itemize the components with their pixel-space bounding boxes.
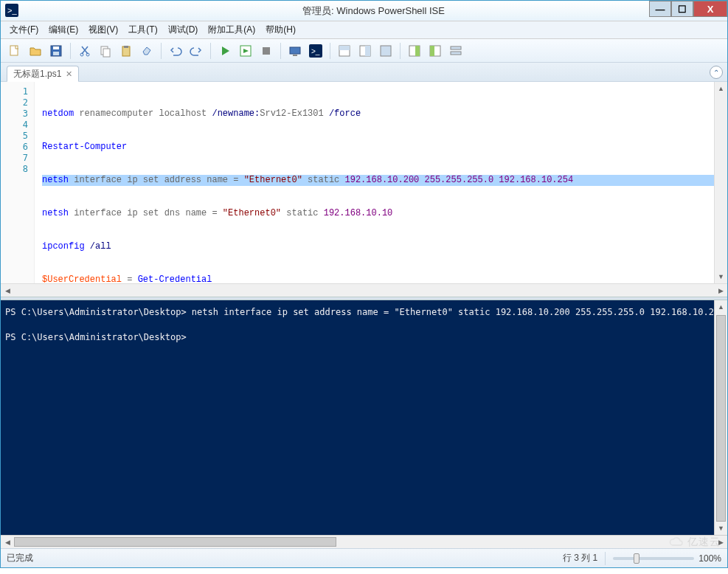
code-area[interactable]: netdom renamecomputer localhost /newname… — [35, 82, 714, 283]
console-horizontal-scrollbar[interactable]: ◀ ▶ — [1, 535, 727, 548]
maximize-button[interactable]: ☐ — [671, 1, 693, 17]
watermark: 亿速云 — [668, 536, 721, 549]
statusbar: 已完成 行 3 列 1 100% — [1, 548, 727, 567]
layout-script-top-button[interactable] — [335, 41, 354, 60]
zoom-percent: 100% — [698, 553, 721, 564]
editor-horizontal-scrollbar[interactable]: ◀ ▶ — [1, 283, 727, 297]
line-number: 1 — [1, 86, 34, 97]
code-line: netdom renamecomputer localhost /newname… — [42, 108, 714, 120]
console-pane[interactable]: PS C:\Users\Administrator\Desktop> netsh… — [1, 300, 714, 535]
clear-button[interactable] — [137, 41, 156, 60]
open-button[interactable] — [26, 41, 45, 60]
window-controls: — ☐ X — [649, 1, 727, 17]
svg-rect-15 — [293, 55, 297, 56]
show-command-addon-button[interactable] — [405, 41, 424, 60]
line-number: 2 — [1, 97, 34, 108]
menu-addons[interactable]: 附加工具(A) — [204, 21, 260, 38]
code-line: netsh interface ip set dns name = "Ether… — [42, 208, 714, 219]
svg-rect-27 — [451, 46, 461, 49]
titlebar[interactable]: >_ 管理员: Windows PowerShell ISE — ☐ X — [1, 1, 727, 21]
line-gutter: 1 2 3 4 5 6 7 8 — [1, 82, 35, 283]
scrollbar-track[interactable] — [715, 95, 727, 270]
zoom-slider[interactable] — [613, 557, 694, 560]
app-icon: >_ — [5, 4, 20, 18]
watermark-text: 亿速云 — [687, 536, 721, 549]
menu-tools[interactable]: 工具(T) — [124, 21, 162, 38]
svg-rect-5 — [53, 52, 59, 55]
menubar: 文件(F) 编辑(E) 视图(V) 工具(T) 调试(D) 附加工具(A) 帮助… — [1, 21, 727, 39]
options-button[interactable] — [446, 41, 465, 60]
tab-close-icon[interactable]: ✕ — [66, 69, 72, 79]
redo-button[interactable] — [187, 41, 206, 60]
svg-text:>_: >_ — [7, 6, 17, 15]
cursor-position: 行 3 列 1 — [563, 552, 597, 564]
scroll-right-icon[interactable]: ▶ — [714, 284, 727, 297]
scroll-up-icon[interactable]: ▲ — [715, 300, 727, 314]
toolbar-separator — [70, 43, 71, 59]
scrollbar-track[interactable] — [14, 284, 714, 297]
close-button[interactable]: X — [693, 1, 727, 17]
scroll-left-icon[interactable]: ◀ — [1, 536, 14, 548]
console-vertical-scrollbar[interactable]: ▲ ▼ — [714, 300, 727, 535]
remote-button[interactable] — [285, 41, 305, 60]
undo-button[interactable] — [166, 41, 185, 60]
tab-untitled1[interactable]: 无标题1.ps1 ✕ — [7, 66, 79, 82]
code-line: $UserCredential = Get-Credential — [42, 274, 714, 283]
line-number: 5 — [1, 131, 34, 142]
code-line: Restart-Computer — [42, 142, 714, 153]
scroll-down-icon[interactable]: ▼ — [715, 270, 727, 283]
tabbar: 无标题1.ps1 ✕ ⌃ — [1, 63, 727, 82]
stop-button[interactable] — [257, 41, 276, 60]
console-pane-wrap: PS C:\Users\Administrator\Desktop> netsh… — [1, 300, 727, 535]
line-number: 7 — [1, 153, 34, 164]
svg-text:>_: >_ — [311, 47, 320, 55]
toolbar-separator — [330, 43, 330, 59]
scroll-up-icon[interactable]: ▲ — [715, 82, 727, 95]
show-command-window-button[interactable] — [426, 41, 445, 60]
menu-edit[interactable]: 编辑(E) — [44, 21, 83, 38]
svg-rect-19 — [339, 46, 350, 50]
svg-rect-28 — [451, 52, 461, 55]
collapse-script-pane-button[interactable]: ⌃ — [710, 66, 723, 79]
zoom-control: 100% — [613, 553, 721, 564]
copy-button[interactable] — [96, 41, 115, 60]
save-button[interactable] — [46, 41, 66, 60]
scroll-left-icon[interactable]: ◀ — [1, 284, 14, 297]
scrollbar-track[interactable] — [14, 536, 714, 548]
powershell-button[interactable]: >_ — [306, 41, 325, 60]
app-window: >_ 管理员: Windows PowerShell ISE — ☐ X 文件(… — [0, 0, 728, 568]
run-button[interactable] — [215, 41, 235, 60]
cut-button[interactable] — [75, 41, 94, 60]
layout-script-right-button[interactable] — [356, 41, 375, 60]
svg-rect-21 — [365, 46, 370, 56]
scrollbar-thumb[interactable] — [14, 537, 336, 547]
status-text: 已完成 — [7, 552, 33, 564]
code-editor[interactable]: 1 2 3 4 5 6 7 8 netdom renamecomputer lo… — [1, 82, 727, 283]
editor-vertical-scrollbar[interactable]: ▲ ▼ — [714, 82, 727, 283]
toolbar-separator — [280, 43, 281, 59]
svg-rect-14 — [290, 47, 300, 54]
toolbar: >_ — [1, 39, 727, 63]
console-prompt: PS C:\Users\Administrator\Desktop> — [5, 332, 192, 342]
new-button[interactable] — [5, 41, 24, 60]
statusbar-separator — [605, 552, 606, 565]
layout-script-max-button[interactable] — [376, 41, 395, 60]
toolbar-separator — [400, 43, 401, 59]
svg-rect-11 — [124, 46, 128, 48]
svg-rect-22 — [381, 46, 391, 56]
svg-rect-4 — [53, 46, 59, 49]
run-selection-button[interactable] — [236, 41, 255, 60]
toolbar-separator — [161, 43, 162, 59]
line-number: 4 — [1, 120, 34, 131]
scrollbar-thumb[interactable] — [716, 315, 726, 522]
paste-button[interactable] — [117, 41, 136, 60]
scroll-down-icon[interactable]: ▼ — [715, 522, 727, 535]
menu-view[interactable]: 视图(V) — [84, 21, 122, 38]
menu-file[interactable]: 文件(F) — [5, 21, 43, 38]
cloud-icon — [668, 536, 684, 548]
zoom-slider-knob[interactable] — [634, 553, 639, 564]
minimize-button[interactable]: — — [649, 1, 671, 17]
menu-help[interactable]: 帮助(H) — [261, 21, 300, 38]
console-line: PS C:\Users\Administrator\Desktop> netsh… — [5, 307, 714, 317]
menu-debug[interactable]: 调试(D) — [164, 21, 203, 38]
